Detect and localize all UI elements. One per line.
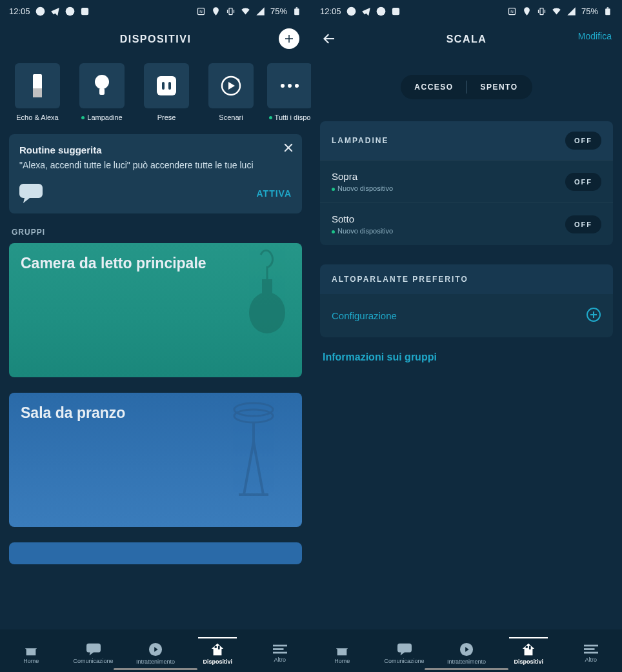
nav-devices[interactable]: Dispositivi <box>497 637 559 665</box>
svg-rect-11 <box>99 88 105 95</box>
nav-devices[interactable]: Dispositivi <box>186 637 248 665</box>
svg-rect-7 <box>296 7 298 8</box>
section-toggle[interactable]: OFF <box>565 132 601 150</box>
vibrate-icon <box>537 6 547 16</box>
routine-title: Routine suggerita <box>19 144 292 155</box>
nav-communication[interactable]: Comunicazione <box>63 638 125 664</box>
status-bar: 12:05 N 75% <box>0 0 311 22</box>
location-icon <box>522 6 532 16</box>
close-button[interactable] <box>283 142 294 156</box>
configure-row[interactable]: Configurazione <box>320 294 613 337</box>
category-plugs[interactable]: Prese <box>138 63 195 121</box>
svg-rect-9 <box>33 88 42 97</box>
device-row[interactable]: Sotto Nuovo dispositivo OFF <box>320 203 613 245</box>
svg-rect-34 <box>540 8 543 14</box>
section-label: LAMPADINE <box>332 136 388 145</box>
nav-entertainment[interactable]: Intrattenimento <box>436 637 497 665</box>
status-bar: 12:05 N 75% <box>311 0 622 22</box>
signal-icon <box>256 6 265 16</box>
svg-rect-20 <box>262 279 272 295</box>
device-name: Sotto <box>332 213 393 224</box>
svg-point-10 <box>95 75 109 89</box>
segment-on[interactable]: ACCESO <box>402 83 466 92</box>
home-indicator[interactable] <box>425 668 508 670</box>
lamp-illustration <box>231 398 276 501</box>
more-dots-icon <box>280 83 299 88</box>
group-partial[interactable] <box>9 542 302 564</box>
facebook-icon <box>65 6 75 16</box>
speaker-panel: ALTOPARLANTE PREFERITO Configurazione <box>320 264 613 337</box>
nav-home[interactable]: Home <box>0 638 62 664</box>
plug-icon <box>156 75 177 97</box>
device-toggle[interactable]: OFF <box>565 173 601 191</box>
close-icon <box>283 142 294 153</box>
svg-point-39 <box>526 646 528 648</box>
svg-rect-25 <box>218 646 220 649</box>
power-segmented[interactable]: ACCESO SPENTO <box>401 75 532 99</box>
add-button[interactable] <box>279 28 299 49</box>
category-echo[interactable]: Echo & Alexa <box>9 63 66 121</box>
bulbs-panel: LAMPADINE OFF Sopra Nuovo dispositivo OF… <box>320 121 613 245</box>
svg-point-0 <box>35 6 45 15</box>
category-label: Echo & Alexa <box>16 114 58 121</box>
nav-home[interactable]: Home <box>311 638 373 664</box>
category-all[interactable]: Tutti i dispo <box>267 63 311 121</box>
home-indicator[interactable] <box>114 668 197 670</box>
svg-rect-6 <box>294 8 299 15</box>
status-time: 12:05 <box>9 6 30 16</box>
devices-icon <box>210 642 225 657</box>
svg-text:N: N <box>199 9 203 14</box>
svg-rect-43 <box>584 651 598 653</box>
category-label: Lampadine <box>87 114 122 121</box>
nav-more[interactable]: Altro <box>560 639 622 663</box>
page-title: SCALA <box>446 34 487 45</box>
category-label: Prese <box>157 114 176 121</box>
category-label: Tutti i dispo <box>275 114 311 121</box>
bulbs-panel-header: LAMPADINE OFF <box>320 121 613 160</box>
nav-entertainment[interactable]: Intrattenimento <box>125 637 186 665</box>
back-button[interactable] <box>321 31 337 49</box>
facebook-icon <box>376 6 386 16</box>
facebook-icon <box>346 6 356 16</box>
battery-text: 75% <box>270 6 287 16</box>
category-bulbs[interactable]: Lampadine <box>74 63 130 121</box>
group-info-link[interactable]: Informazioni sui gruppi <box>323 351 610 363</box>
group-diningroom[interactable]: Sala da pranzo <box>9 393 302 527</box>
speaker-panel-header: ALTOPARLANTE PREFERITO <box>320 264 613 294</box>
battery-icon <box>603 6 613 16</box>
home-icon <box>335 643 349 656</box>
telegram-icon <box>50 6 60 16</box>
play-icon <box>148 642 163 657</box>
device-toggle[interactable]: OFF <box>565 215 601 233</box>
nav-communication[interactable]: Comunicazione <box>374 638 436 664</box>
svg-point-24 <box>215 646 217 648</box>
device-categories[interactable]: Echo & Alexa Lampadine Prese Scenari Tut… <box>0 57 311 125</box>
add-icon <box>586 307 601 324</box>
device-name: Sopra <box>332 171 393 182</box>
svg-rect-28 <box>273 651 287 653</box>
svg-rect-12 <box>157 76 176 95</box>
nav-more[interactable]: Altro <box>249 639 311 663</box>
group-title: Sala da pranzo <box>21 404 125 422</box>
segment-off[interactable]: SPENTO <box>467 83 532 92</box>
edit-button[interactable]: Modifica <box>578 31 612 41</box>
nfc-icon: N <box>196 6 206 16</box>
screen-devices: 12:05 N 75% DISPOSITIVI Echo & Alexa <box>0 0 311 672</box>
wifi-icon <box>552 6 561 16</box>
activate-button[interactable]: ATTIVA <box>257 188 292 199</box>
vibrate-icon <box>226 6 236 16</box>
device-sub: Nuovo dispositivo <box>337 184 393 192</box>
svg-rect-2 <box>81 7 88 14</box>
svg-point-17 <box>288 84 292 88</box>
svg-rect-36 <box>607 7 609 8</box>
device-row[interactable]: Sopra Nuovo dispositivo OFF <box>320 160 613 203</box>
svg-point-29 <box>346 6 356 15</box>
devices-icon <box>521 642 536 657</box>
group-bedroom[interactable]: Camera da letto principale <box>9 243 302 377</box>
page-title: DISPOSITIVI <box>120 34 192 45</box>
groups-label: GRUPPI <box>12 228 299 237</box>
signal-icon <box>567 6 576 16</box>
routine-body: "Alexa, accendi tutte le luci" può accen… <box>19 159 292 171</box>
chat-icon <box>86 643 101 656</box>
category-scenes[interactable]: Scenari <box>203 63 259 121</box>
